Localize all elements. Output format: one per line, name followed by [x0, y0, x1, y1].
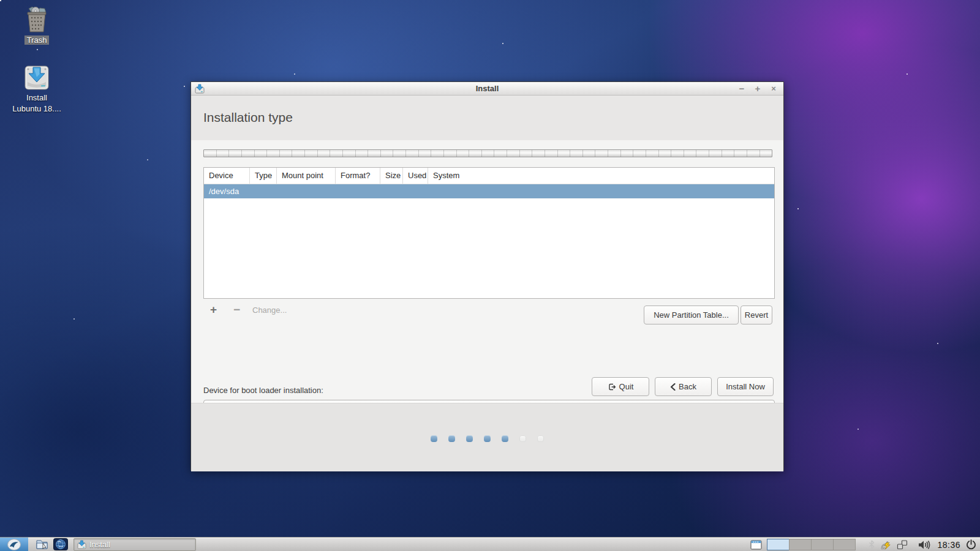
task-label: Install — [89, 540, 110, 549]
progress-dot — [448, 435, 455, 442]
partition-bar-segment — [431, 150, 444, 157]
partition-bar-segment — [747, 150, 760, 157]
page-title: Installation type — [203, 110, 783, 125]
partition-bar-segment — [330, 150, 343, 157]
quit-exit-icon — [608, 383, 616, 391]
remove-partition-button[interactable]: − — [233, 303, 240, 317]
column-header-size[interactable]: Size — [380, 168, 403, 184]
globe-icon — [53, 538, 68, 550]
partition-bar-segment — [558, 150, 571, 157]
workspace-2[interactable] — [789, 539, 812, 550]
revert-button[interactable]: Revert — [741, 305, 772, 324]
column-header-system[interactable]: System — [428, 168, 774, 184]
quick-launch-area — [34, 538, 69, 551]
progress-dots — [191, 435, 783, 442]
start-menu-button[interactable] — [0, 538, 28, 551]
add-partition-button[interactable]: + — [210, 303, 217, 317]
install-disk-icon — [23, 64, 51, 92]
workspace-3[interactable] — [811, 539, 834, 550]
partition-bar-segment — [406, 150, 419, 157]
shutdown-button[interactable] — [966, 539, 976, 550]
install-now-button[interactable]: Install Now — [717, 377, 774, 396]
taskbar-clock[interactable]: 18:36 — [937, 540, 960, 550]
desktop-icon-install-lubuntu[interactable]: Install Lubuntu 18.... — [6, 64, 67, 114]
partition-bar-segment — [709, 150, 722, 157]
power-icon — [966, 539, 976, 550]
partition-bar-segment — [482, 150, 495, 157]
show-desktop-button[interactable] — [750, 540, 762, 550]
page-header: Installation type — [191, 96, 783, 140]
star-field-bright — [0, 0, 1, 1]
page-footer: Quit Back Install Now — [191, 403, 783, 471]
partition-table[interactable]: Device Type Mount point Format? Size Use… — [203, 167, 775, 299]
partition-bar-segment — [633, 150, 646, 157]
minimize-button[interactable]: − — [737, 82, 747, 96]
partition-bar-segment — [608, 150, 621, 157]
table-row-dev-sda[interactable]: /dev/sda — [204, 184, 774, 198]
maximize-button[interactable]: + — [753, 82, 763, 96]
network-cable-icon — [880, 539, 891, 550]
partition-bar-segment — [368, 150, 381, 157]
volume-control[interactable] — [918, 540, 932, 550]
web-browser-button[interactable] — [53, 538, 69, 551]
window-title: Install — [191, 84, 783, 93]
back-button[interactable]: Back — [655, 377, 712, 396]
change-partition-button[interactable]: Change... — [252, 305, 287, 315]
taskbar-task-install[interactable]: Install — [74, 538, 196, 551]
column-header-mount-point[interactable]: Mount point — [277, 168, 336, 184]
partition-bar-segment — [722, 150, 735, 157]
partition-bar-segment — [760, 150, 772, 157]
partition-bar-segment — [242, 150, 255, 157]
lubuntu-logo-icon — [6, 539, 23, 550]
connection-applet-indicator[interactable] — [897, 540, 908, 550]
workspace-1[interactable] — [767, 539, 790, 550]
workspace-pager — [767, 539, 856, 550]
partition-bar-segment — [734, 150, 747, 157]
column-header-format[interactable]: Format? — [336, 168, 380, 184]
partition-bar-segment — [494, 150, 507, 157]
partition-bar-segment — [356, 150, 369, 157]
system-tray: 18:36 — [750, 538, 976, 551]
column-header-device[interactable]: Device — [204, 168, 250, 184]
partition-bar-segment — [570, 150, 583, 157]
desktop: Trash Install Lubuntu 18.... Install − — [0, 0, 980, 551]
revert-label: Revert — [745, 310, 768, 320]
install-window: Install − + × Installation type Device T… — [190, 81, 784, 471]
workspace-4[interactable] — [833, 539, 856, 550]
bluetooth-indicator[interactable] — [869, 540, 875, 549]
progress-dot — [484, 435, 491, 442]
linked-windows-icon — [897, 540, 908, 550]
partition-bar — [203, 149, 772, 157]
close-button[interactable]: × — [769, 82, 778, 96]
window-titlebar[interactable]: Install − + × — [191, 82, 783, 96]
partition-bar-segment — [646, 150, 659, 157]
install-app-icon — [195, 84, 205, 94]
partition-bar-segment — [318, 150, 331, 157]
partition-bar-segment — [583, 150, 596, 157]
back-chevron-icon — [670, 383, 676, 391]
progress-dot — [519, 435, 526, 442]
partition-bar-segment — [419, 150, 432, 157]
partition-bar-segment — [305, 150, 318, 157]
partition-bar-segment — [292, 150, 305, 157]
install-now-label: Install Now — [726, 382, 765, 391]
page-content: Device Type Mount point Format? Size Use… — [191, 140, 783, 403]
progress-dot — [431, 435, 437, 442]
file-manager-button[interactable] — [34, 538, 50, 551]
desktop-icon-trash[interactable]: Trash — [6, 6, 67, 45]
install-task-icon — [77, 540, 86, 549]
partition-bar-segment — [545, 150, 558, 157]
trash-icon — [23, 6, 51, 34]
partition-bar-segment — [444, 150, 457, 157]
partition-bar-segment — [393, 150, 406, 157]
new-partition-table-button[interactable]: New Partition Table... — [644, 305, 739, 324]
taskbar: Install — [0, 537, 980, 551]
column-header-used[interactable]: Used — [403, 168, 428, 184]
partition-bar-segment — [267, 150, 280, 157]
partition-bar-segment — [343, 150, 356, 157]
desktop-icon-install-label-line1: Install — [26, 93, 47, 102]
column-header-type[interactable]: Type — [250, 168, 277, 184]
network-manager-indicator[interactable] — [880, 539, 891, 550]
quit-button[interactable]: Quit — [592, 377, 649, 396]
partition-bar-segment — [684, 150, 697, 157]
